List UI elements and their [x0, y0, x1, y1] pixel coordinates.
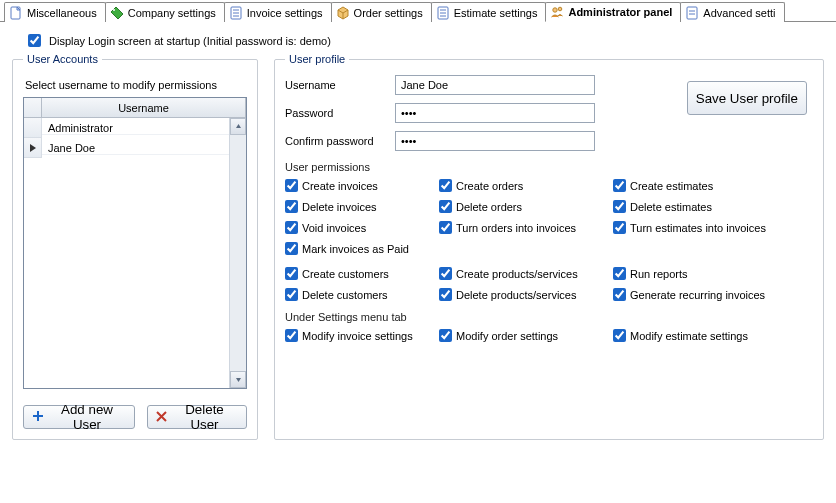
tab-order-settings[interactable]: Order settings	[331, 2, 432, 22]
tab-label: Order settings	[354, 7, 423, 19]
perm-delete-orders[interactable]: Delete orders	[439, 200, 609, 213]
scroll-down-button[interactable]	[230, 371, 246, 388]
perm-void-invoices[interactable]: Void invoices	[285, 221, 435, 234]
perm-create-orders[interactable]: Create orders	[439, 179, 609, 192]
user-accounts-legend: User Accounts	[23, 53, 102, 65]
save-user-profile-button[interactable]: Save User profile	[687, 81, 807, 115]
perm-delete-estimates[interactable]: Delete estimates	[613, 200, 813, 213]
tab-administrator-panel[interactable]: Administrator panel	[545, 2, 681, 22]
perm-create-customers[interactable]: Create customers	[285, 267, 435, 280]
box-icon	[336, 6, 350, 20]
user-profile-group: User profile Save User profile Username …	[274, 53, 824, 440]
perm-mark-paid[interactable]: Mark invoices as Paid	[285, 242, 435, 255]
perm-modify-invoice-settings[interactable]: Modify invoice settings	[285, 329, 435, 342]
tab-label: Administrator panel	[568, 6, 672, 18]
tab-strip: Miscellaneous Company settings Invoice s…	[0, 0, 836, 22]
perm-estimates-to-invoices[interactable]: Turn estimates into invoices	[613, 221, 813, 234]
list-row[interactable]: Jane Doe	[24, 138, 246, 158]
perm-create-products[interactable]: Create products/services	[439, 267, 609, 280]
button-label: Save User profile	[696, 91, 798, 106]
tab-miscellaneous[interactable]: Miscellaneous	[4, 2, 106, 22]
svg-rect-13	[687, 7, 697, 19]
document-icon	[685, 6, 699, 20]
username-column-header[interactable]: Username	[42, 98, 246, 117]
username-input[interactable]	[395, 75, 595, 95]
page-icon	[9, 6, 23, 20]
x-icon	[156, 410, 167, 425]
username-list[interactable]: Username Administrator Jane Doe	[23, 97, 247, 389]
tab-label: Invoice settings	[247, 7, 323, 19]
perm-delete-invoices[interactable]: Delete invoices	[285, 200, 435, 213]
tab-label: Company settings	[128, 7, 216, 19]
settings-tab-heading: Under Settings menu tab	[285, 311, 813, 323]
tab-advanced-settings[interactable]: Advanced setti	[680, 2, 784, 22]
perm-create-invoices[interactable]: Create invoices	[285, 179, 435, 192]
confirm-password-input[interactable]	[395, 131, 595, 151]
perm-delete-customers[interactable]: Delete customers	[285, 288, 435, 301]
tab-label: Miscellaneous	[27, 7, 97, 19]
confirm-password-label: Confirm password	[285, 135, 395, 147]
password-input[interactable]	[395, 103, 595, 123]
list-row[interactable]: Administrator	[24, 118, 246, 138]
svg-point-12	[559, 7, 563, 11]
document-lines-icon	[229, 6, 243, 20]
password-label: Password	[285, 107, 395, 119]
vertical-scrollbar[interactable]	[229, 118, 246, 388]
user-accounts-group: User Accounts Select username to modify …	[12, 53, 258, 440]
row-indicator	[24, 118, 42, 138]
panel: Display Login screen at startup (Initial…	[0, 22, 836, 448]
tag-icon	[110, 6, 124, 20]
perm-modify-estimate-settings[interactable]: Modify estimate settings	[613, 329, 813, 342]
perm-delete-products[interactable]: Delete products/services	[439, 288, 609, 301]
row-selector-column	[24, 98, 42, 117]
button-label: Delete User	[171, 402, 238, 432]
tab-estimate-settings[interactable]: Estimate settings	[431, 2, 547, 22]
list-header: Username	[24, 98, 246, 118]
delete-user-button[interactable]: Delete User	[147, 405, 247, 429]
svg-point-1	[113, 9, 115, 11]
perm-recurring[interactable]: Generate recurring invoices	[613, 288, 813, 301]
add-user-button[interactable]: Add new User	[23, 405, 135, 429]
display-login-label: Display Login screen at startup (Initial…	[49, 35, 331, 47]
tab-label: Advanced setti	[703, 7, 775, 19]
users-icon	[550, 5, 564, 19]
tab-company-settings[interactable]: Company settings	[105, 2, 225, 22]
document-lines-icon	[436, 6, 450, 20]
display-login-checkbox[interactable]: Display Login screen at startup (Initial…	[28, 34, 331, 47]
scroll-up-button[interactable]	[230, 118, 246, 135]
username-cell: Administrator	[42, 122, 246, 135]
accounts-hint: Select username to modify permissions	[25, 79, 245, 91]
svg-rect-17	[33, 415, 43, 417]
user-profile-legend: User profile	[285, 53, 349, 65]
perm-create-estimates[interactable]: Create estimates	[613, 179, 813, 192]
perm-modify-order-settings[interactable]: Modify order settings	[439, 329, 609, 342]
username-label: Username	[285, 79, 395, 91]
perm-run-reports[interactable]: Run reports	[613, 267, 813, 280]
user-permissions-heading: User permissions	[285, 161, 813, 173]
plus-icon	[32, 410, 44, 425]
svg-point-11	[553, 8, 557, 12]
button-label: Add new User	[48, 402, 126, 432]
perm-orders-to-invoices[interactable]: Turn orders into invoices	[439, 221, 609, 234]
tab-invoice-settings[interactable]: Invoice settings	[224, 2, 332, 22]
username-cell: Jane Doe	[42, 142, 246, 155]
current-row-indicator-icon	[24, 138, 42, 158]
tab-label: Estimate settings	[454, 7, 538, 19]
